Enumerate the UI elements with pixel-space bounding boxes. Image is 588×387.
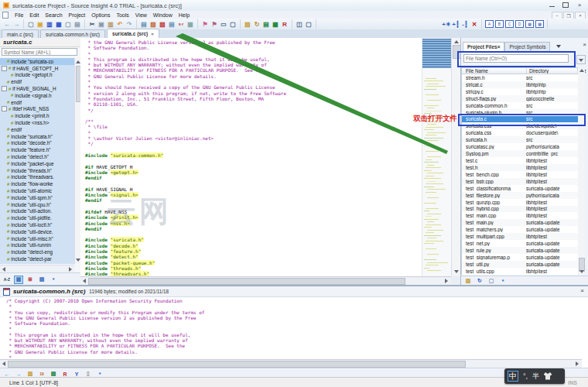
sync-files-icon[interactable]: ▧	[463, 277, 473, 286]
redo-icon[interactable]: ↷	[125, 20, 134, 29]
tab-suricata.c[interactable]: suricata.c (src)×	[107, 29, 159, 38]
symbol-item[interactable]: #include "util-ioctl.h"	[0, 221, 74, 228]
file-row[interactable]: test_utils.cpplibhtp\test	[462, 268, 579, 275]
hide-window-icon[interactable]: ▭	[219, 20, 228, 29]
file-row[interactable]: test_filestore.pypython\suricata	[462, 192, 579, 199]
file-options-icon[interactable]: *	[498, 277, 508, 286]
paste-icon[interactable]: ▥	[106, 20, 115, 29]
file-row[interactable]: test_multipart.cpplibhtp\test	[462, 233, 579, 240]
search-files-icon[interactable]: ▤	[139, 20, 149, 29]
symbol-item[interactable]: #include <nss.h>	[0, 119, 74, 126]
ime-language-icon[interactable]: 中	[508, 371, 518, 382]
symbol-item[interactable]: #include "suricata.h"	[0, 133, 74, 140]
file-row[interactable]: test.hlibhtp\test	[462, 164, 579, 171]
print-icon[interactable]: ▤	[73, 20, 82, 29]
symbol-item[interactable]: #endif	[0, 126, 74, 133]
file-row[interactable]: suricata.hsrc	[462, 136, 579, 143]
symbol-item[interactable]: #include "suricata-co	[0, 58, 74, 65]
symbol-options-icon[interactable]: *	[49, 276, 58, 284]
chip-e-icon[interactable]: ▦	[525, 20, 534, 28]
symbol-item[interactable]: −#ifdef HAVE_NSS	[0, 106, 74, 113]
copy-icon[interactable]: ▣	[97, 20, 106, 29]
contents-icon[interactable]: ▤	[262, 20, 271, 29]
new-window-icon[interactable]: ▢	[228, 20, 238, 29]
symbol-item[interactable]: #endif	[0, 99, 74, 106]
preview-icon[interactable]: ▤	[37, 276, 46, 284]
replace-icon[interactable]: x·r	[176, 20, 186, 29]
context-close-icon[interactable]: ×	[580, 287, 584, 294]
file-row[interactable]: test_matchers.pysuricata-update	[462, 226, 579, 233]
code-editor[interactable]: * the GNU General Public License version…	[80, 38, 422, 276]
menu-search[interactable]: Search	[42, 12, 65, 18]
browse-symbols-icon[interactable]: ▦	[186, 20, 195, 29]
menu-edit[interactable]: Edit	[26, 12, 42, 18]
add-symbol-icon[interactable]: +✶	[442, 20, 451, 29]
symbol-item[interactable]: #include "util-pidfile.	[0, 214, 74, 221]
panel-tab-close-icon[interactable]: ×	[497, 44, 501, 50]
expander-icon[interactable]: −	[2, 66, 7, 71]
symbol-item[interactable]: #include <signal.h	[0, 92, 74, 99]
symbol-item[interactable]: #include "flow-worke	[0, 180, 74, 187]
menu-window[interactable]: Window	[150, 12, 176, 18]
file-list-icon[interactable]: ▢	[487, 277, 496, 286]
symbol-item[interactable]: #include "detect.h"	[0, 153, 74, 160]
symbol-item[interactable]: #endif	[0, 78, 74, 85]
split-window-icon[interactable]: ◫	[295, 20, 304, 29]
menu-options[interactable]: Options	[88, 12, 113, 18]
symbol-item[interactable]: #include "util-atomic	[0, 187, 74, 194]
maximize-button[interactable]	[559, 1, 573, 9]
file-row[interactable]: test_rule.pysuricata-update	[462, 247, 579, 254]
overview-visible-region[interactable]	[422, 39, 451, 68]
file-row[interactable]: strlcat.clibhtp\htp	[462, 81, 579, 88]
refresh-icon[interactable]: ↻	[475, 277, 484, 286]
save-all-icon[interactable]: ▦	[54, 20, 63, 29]
chip-f-icon[interactable]: ▩	[535, 20, 544, 28]
symbol-item[interactable]: #include "util-cpu.h"	[0, 201, 74, 208]
symbol-item[interactable]: #include "util-spm.h"	[0, 194, 74, 201]
panel-close-icon[interactable]: ×	[583, 41, 586, 48]
expand-all-icon[interactable]: +┇	[451, 20, 460, 29]
relation-window-icon[interactable]: ↻	[252, 20, 262, 29]
symbol-item[interactable]: #include "util-misc.h"	[0, 235, 74, 242]
symbol-item[interactable]: −#if HAVE_SIGNAL_H	[0, 85, 74, 92]
symbol-item[interactable]: #include "util-action.	[0, 208, 74, 215]
column-directory[interactable]: Directory	[527, 68, 578, 74]
save-icon[interactable]: ▥	[45, 20, 54, 29]
file-row[interactable]: test_net.pysuricata-update	[462, 240, 579, 247]
ime-toolbar[interactable]: 中 °, 半	[504, 368, 565, 384]
full-window-icon[interactable]: ▢	[304, 20, 313, 29]
clear-flags-icon[interactable]: ⚑	[210, 20, 219, 29]
file-row[interactable]: stream.hsrc	[462, 74, 579, 81]
tab-main.c[interactable]: main.c (src)	[2, 29, 39, 38]
symbol-item[interactable]: −#if HAVE_GETOPT_H	[0, 65, 74, 72]
menu-view[interactable]: View	[132, 12, 150, 18]
symbol-item[interactable]: #include <prinit.h	[0, 112, 74, 119]
group-types-icon[interactable]: ≣	[26, 276, 35, 284]
project-window-icon[interactable]: ▧	[243, 20, 252, 29]
symbol-item[interactable]: #include <getopt.h	[0, 72, 74, 79]
menu-file[interactable]: File	[12, 12, 26, 18]
file-row[interactable]: Syslog.pmcontrib\file_prc	[462, 150, 579, 157]
ime-skin-icon[interactable]	[544, 372, 552, 380]
symbol-list-hscrollbar[interactable]	[0, 265, 74, 272]
file-row[interactable]: suricata-common.hsrc	[462, 102, 579, 109]
undo-icon[interactable]: ↶	[115, 20, 125, 29]
context-window-header[interactable]: suricata-common.h (src) 11946 bytes; mod…	[0, 286, 588, 297]
ime-width-icon[interactable]: 半	[532, 372, 539, 382]
symbol-item[interactable]: #include "decode.h"	[0, 140, 74, 147]
cut-icon[interactable]: ✂	[87, 20, 97, 29]
file-row[interactable]: test_signaturemap.psuricata-update	[462, 254, 579, 261]
editor-overview-strip[interactable]	[422, 38, 452, 276]
close-doc-icon[interactable]: ▢	[63, 20, 73, 29]
minimize-button[interactable]	[545, 1, 559, 9]
chip-d-icon[interactable]: D	[515, 20, 524, 28]
file-row[interactable]: test_main.pysuricata-update	[462, 219, 579, 226]
file-row[interactable]: suricata.cssdoc\userguide\	[462, 129, 579, 136]
tab-suricata-common.h[interactable]: suricata-common.h (src)	[40, 29, 105, 38]
symbol-item[interactable]: #include "util-runnin	[0, 242, 74, 249]
file-row[interactable]: test_hybrid.cpplibhtp\test	[462, 206, 579, 213]
file-row[interactable]: struct-flags.pyqa\coccinelle	[462, 95, 579, 102]
file-row[interactable]: test_gunzip.cpplibhtp\test	[462, 199, 579, 206]
file-search-combo-button[interactable]	[576, 55, 586, 64]
chip-b-icon[interactable]: B	[495, 20, 504, 28]
